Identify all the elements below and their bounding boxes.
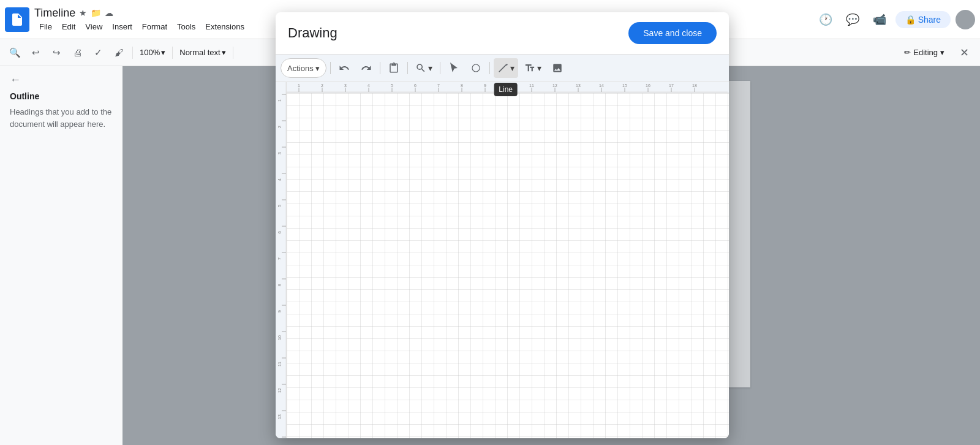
svg-text:1: 1 (298, 83, 300, 88)
drawing-dialog: Drawing Save and close Actions ▾ ▾ (276, 12, 729, 438)
svg-text:18: 18 (692, 83, 697, 88)
spellcheck-toolbar-btn[interactable]: ✓ (88, 43, 108, 63)
toolbar-divider-1 (132, 47, 133, 59)
svg-text:15: 15 (622, 83, 627, 88)
menu-file[interactable]: File (34, 21, 57, 32)
dialog-body: 1 2 3 4 5 6 7 8 9 10 11 (276, 82, 729, 438)
meet-icon[interactable]: 📹 (869, 9, 891, 31)
paint-format-toolbar-btn[interactable]: 🖌 (109, 43, 129, 63)
menu-tools[interactable]: Tools (172, 21, 200, 32)
dtb-image-button[interactable] (548, 58, 567, 78)
dtb-line-button[interactable]: ▾ (494, 58, 518, 78)
ruler-canvas-area: 1 2 3 4 5 6 7 8 9 (287, 82, 729, 438)
text-dropdown-chevron: ▾ (537, 63, 541, 73)
dialog-toolbar: Actions ▾ ▾ (276, 55, 729, 82)
svg-text:4: 4 (368, 83, 370, 88)
editing-label: Editing (913, 48, 938, 57)
pencil-icon: ✏ (904, 48, 911, 57)
dtb-text-button[interactable]: ▾ (521, 58, 545, 78)
svg-text:9: 9 (277, 310, 282, 313)
share-button[interactable]: 🔒 Share (895, 11, 951, 28)
dtb-divider-5 (489, 62, 490, 74)
toolbar-divider-3 (233, 47, 233, 59)
editing-button[interactable]: ✏ Editing ▾ (899, 45, 949, 59)
dtb-shapes-button[interactable] (466, 58, 486, 78)
sidebar-empty-text: Headings that you add to the document wi… (10, 106, 113, 130)
history-icon[interactable]: 🕐 (815, 9, 837, 31)
dtb-divider-1 (330, 62, 331, 74)
svg-text:5: 5 (391, 83, 393, 88)
svg-text:10: 10 (506, 83, 511, 88)
comments-icon[interactable]: 💬 (842, 9, 864, 31)
dialog-header: Drawing Save and close (276, 12, 729, 55)
dtb-zoom-button[interactable]: ▾ (412, 58, 436, 78)
svg-text:9: 9 (484, 83, 486, 88)
svg-text:12: 12 (552, 83, 557, 88)
dtb-undo-button[interactable] (334, 58, 354, 78)
search-toolbar-btn[interactable]: 🔍 (5, 43, 24, 63)
svg-text:10: 10 (277, 335, 282, 340)
style-value: Normal text (179, 48, 220, 57)
style-chevron: ▾ (222, 48, 226, 57)
svg-text:5: 5 (277, 205, 282, 207)
menu-view[interactable]: View (80, 21, 107, 32)
star-icon[interactable]: ★ (79, 8, 87, 18)
actions-button[interactable]: Actions ▾ (281, 58, 326, 78)
ruler-h-svg: 1 2 3 4 5 6 7 8 9 (287, 82, 728, 93)
folder-icon[interactable]: 📁 (91, 8, 101, 18)
print-toolbar-btn[interactable]: 🖨 (67, 43, 87, 63)
drawing-canvas[interactable] (287, 93, 729, 438)
svg-text:2: 2 (321, 83, 323, 88)
dtb-divider-2 (380, 62, 380, 74)
zoom-chevron-dtb: ▾ (428, 63, 432, 73)
svg-text:13: 13 (277, 414, 282, 419)
dtb-select-button[interactable] (444, 58, 464, 78)
svg-text:14: 14 (599, 83, 604, 88)
save-close-button[interactable]: Save and close (628, 22, 717, 44)
sidebar-back-button[interactable]: ← (10, 74, 113, 86)
toolbar-divider-2 (172, 47, 173, 59)
svg-point-0 (472, 64, 480, 72)
zoom-select[interactable]: 100% ▾ (137, 44, 168, 61)
dtb-line-tooltip-wrap: ▾ Line (494, 58, 518, 78)
style-select[interactable]: Normal text ▾ (176, 44, 228, 61)
dtb-clipboard-button[interactable] (384, 58, 404, 78)
svg-text:3: 3 (277, 152, 282, 154)
ruler-horizontal: 1 2 3 4 5 6 7 8 9 (287, 82, 729, 93)
svg-text:8: 8 (277, 284, 282, 286)
svg-text:8: 8 (461, 83, 463, 88)
dtb-redo-button[interactable] (356, 58, 376, 78)
menu-extensions[interactable]: Extensions (200, 21, 249, 32)
close-sidebar-icon[interactable]: ✕ (953, 42, 975, 64)
docs-sidebar: ← Outline Headings that you add to the d… (0, 66, 123, 445)
dtb-divider-3 (407, 62, 408, 74)
svg-text:17: 17 (669, 83, 674, 88)
menu-edit[interactable]: Edit (57, 21, 80, 32)
editing-chevron: ▾ (940, 48, 944, 57)
ruler-vertical: 1 2 3 4 5 6 7 8 9 10 11 (276, 82, 287, 438)
svg-text:6: 6 (277, 231, 282, 234)
lock-icon: 🔒 (905, 15, 916, 25)
svg-text:7: 7 (277, 257, 282, 260)
title-text: Timeline (34, 7, 75, 20)
svg-text:7: 7 (437, 83, 440, 88)
topbar-right: 🕐 💬 📹 🔒 Share (815, 9, 975, 31)
svg-text:1: 1 (277, 99, 282, 102)
svg-text:11: 11 (277, 362, 282, 367)
sidebar-title: Outline (10, 91, 113, 101)
user-avatar[interactable] (956, 10, 975, 29)
undo-toolbar-btn[interactable]: ↩ (26, 43, 45, 63)
cloud-icon[interactable]: ☁ (105, 8, 113, 18)
zoom-chevron: ▾ (161, 48, 165, 57)
svg-text:4: 4 (277, 178, 282, 181)
share-label: Share (918, 15, 941, 25)
menu-insert[interactable]: Insert (107, 21, 137, 32)
menu-format[interactable]: Format (137, 21, 172, 32)
redo-toolbar-btn[interactable]: ↪ (47, 43, 66, 63)
line-dropdown-chevron: ▾ (510, 63, 514, 73)
svg-text:11: 11 (529, 83, 534, 88)
svg-text:12: 12 (277, 388, 282, 393)
docs-app-icon (5, 7, 29, 32)
dialog-title: Drawing (288, 25, 628, 41)
svg-text:16: 16 (646, 83, 650, 88)
